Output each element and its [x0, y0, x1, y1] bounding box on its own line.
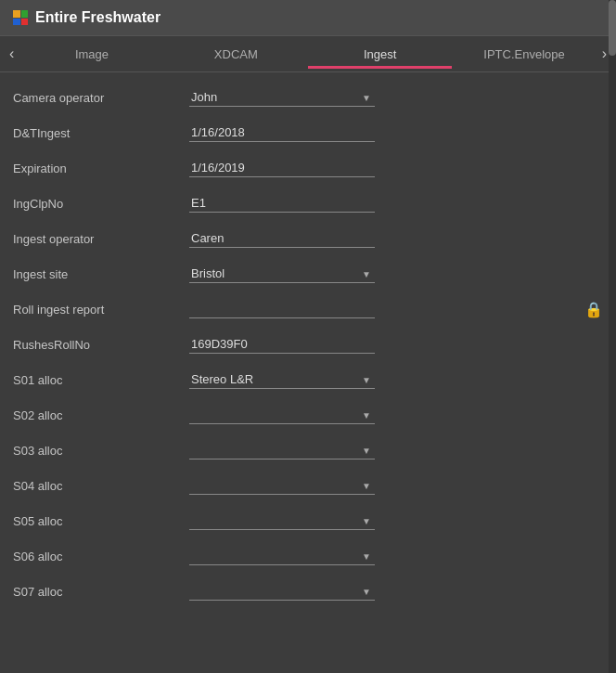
wrapper-s05-alloc: ▼ [189, 511, 375, 530]
input-s05-alloc[interactable] [189, 511, 375, 530]
field-row-s02-alloc: S02 alloc ▼ [0, 397, 616, 433]
wrapper-ingest-site: ▼ [189, 265, 375, 283]
label-roll-ingest-report: Roll ingest report [13, 303, 189, 317]
wrapper-s04-alloc: ▼ [189, 476, 375, 495]
label-dt-ingest: D&TIngest [13, 126, 189, 140]
field-row-rushes-roll-no: RushesRollNo [0, 327, 616, 362]
wrapper-expiration [189, 159, 375, 177]
tabs-row: ‹ Image XDCAM Ingest IPTC.Envelope › [0, 36, 616, 71]
input-ing-clip-no[interactable] [189, 194, 375, 213]
input-camera-operator[interactable] [189, 88, 375, 107]
scrollbar-track[interactable] [609, 0, 616, 673]
label-s01-alloc: S01 alloc [13, 373, 189, 387]
wrapper-ingest-operator [189, 229, 375, 248]
wrapper-ing-clip-no [189, 194, 375, 213]
input-s01-alloc[interactable] [189, 370, 375, 389]
field-row-ingest-site: Ingest site ▼ [0, 256, 616, 291]
app-title: Entire Freshwater [35, 9, 160, 26]
wrapper-s07-alloc: ▼ [189, 582, 375, 601]
input-roll-ingest-report[interactable] [189, 300, 375, 318]
label-s03-alloc: S03 alloc [13, 444, 189, 458]
field-row-s03-alloc: S03 alloc ▼ [0, 433, 616, 468]
field-row-dt-ingest: D&TIngest [0, 115, 616, 150]
field-row-camera-operator: Camera operator ▼ [0, 80, 616, 115]
label-ingest-site: Ingest site [13, 267, 189, 281]
tabs-container: ‹ Image XDCAM Ingest IPTC.Envelope › [0, 36, 616, 72]
tab-ingest[interactable]: Ingest [308, 40, 452, 69]
input-dt-ingest[interactable] [189, 123, 375, 142]
wrapper-roll-ingest-report [189, 300, 375, 318]
title-bar: Entire Freshwater [0, 0, 616, 36]
wrapper-dt-ingest [189, 123, 375, 142]
input-ingest-operator[interactable] [189, 229, 375, 248]
label-rushes-roll-no: RushesRollNo [13, 338, 189, 352]
wrapper-s01-alloc: ▼ [189, 370, 375, 389]
tab-iptc[interactable]: IPTC.Envelope [452, 40, 596, 69]
label-camera-operator: Camera operator [13, 91, 189, 105]
field-row-s04-alloc: S04 alloc ▼ [0, 468, 616, 503]
field-row-s01-alloc: S01 alloc ▼ [0, 362, 616, 397]
field-row-s07-alloc: S07 alloc ▼ [0, 574, 616, 609]
input-s03-alloc[interactable] [189, 441, 375, 459]
content-area: Camera operator ▼ D&TIngest Expiration I… [0, 72, 616, 616]
label-s05-alloc: S05 alloc [13, 514, 189, 528]
lock-icon: 🔒 [584, 301, 603, 318]
input-expiration[interactable] [189, 159, 375, 177]
input-s02-alloc[interactable] [189, 406, 375, 424]
field-row-expiration: Expiration [0, 150, 616, 186]
wrapper-camera-operator: ▼ [189, 88, 375, 107]
input-s06-alloc[interactable] [189, 547, 375, 565]
wrapper-rushes-roll-no [189, 335, 375, 354]
label-s02-alloc: S02 alloc [13, 408, 189, 422]
scrollbar-thumb[interactable] [609, 0, 616, 56]
input-ingest-site[interactable] [189, 265, 375, 283]
wrapper-s02-alloc: ▼ [189, 406, 375, 424]
label-ingest-operator: Ingest operator [13, 232, 189, 246]
field-row-s06-alloc: S06 alloc ▼ [0, 538, 616, 574]
field-row-ing-clip-no: IngClpNo [0, 186, 616, 221]
input-s07-alloc[interactable] [189, 582, 375, 601]
label-s07-alloc: S07 alloc [13, 585, 189, 599]
field-row-roll-ingest-report: Roll ingest report 🔒 [0, 291, 616, 327]
tab-scroll-left[interactable]: ‹ [4, 36, 19, 71]
label-expiration: Expiration [13, 162, 189, 175]
input-rushes-roll-no[interactable] [189, 335, 375, 354]
label-ing-clip-no: IngClpNo [13, 197, 189, 211]
app-icon [13, 10, 28, 25]
label-s06-alloc: S06 alloc [13, 550, 189, 563]
field-row-s05-alloc: S05 alloc ▼ [0, 503, 616, 538]
input-s04-alloc[interactable] [189, 476, 375, 495]
label-s04-alloc: S04 alloc [13, 479, 189, 493]
wrapper-s03-alloc: ▼ [189, 441, 375, 459]
tab-xdcam[interactable]: XDCAM [164, 40, 308, 69]
wrapper-s06-alloc: ▼ [189, 547, 375, 565]
field-row-ingest-operator: Ingest operator [0, 221, 616, 256]
tab-image[interactable]: Image [19, 40, 163, 69]
